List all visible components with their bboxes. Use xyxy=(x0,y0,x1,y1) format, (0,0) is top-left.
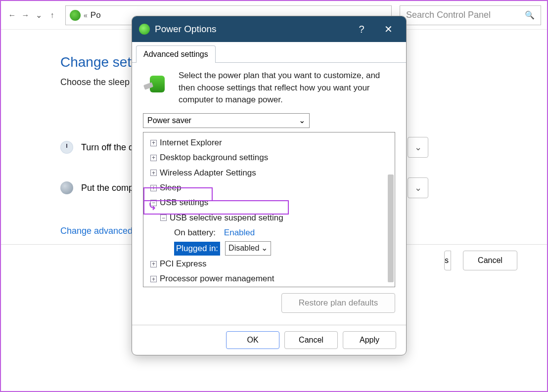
restore-defaults-button[interactable]: Restore plan defaults xyxy=(281,293,395,313)
intro-text: Select the power plan that you want to c… xyxy=(179,70,395,106)
power-plan-icon xyxy=(143,70,171,97)
advanced-link[interactable]: Change advanced xyxy=(60,226,133,236)
row-label: Put the comp xyxy=(81,183,134,193)
dialog-title: Power Options xyxy=(155,24,346,35)
vertical-scrollbar[interactable] xyxy=(388,174,394,282)
help-button[interactable]: ? xyxy=(351,18,372,40)
ok-button[interactable]: OK xyxy=(226,331,279,349)
on-battery-value[interactable]: Enabled xyxy=(224,226,255,239)
forward-button[interactable]: → xyxy=(20,8,31,22)
power-plan-value: Power saver xyxy=(147,116,191,125)
display-timer-icon xyxy=(60,141,73,154)
collapse-icon[interactable]: − xyxy=(160,215,167,221)
dialog-body: Select the power plan that you want to c… xyxy=(132,63,406,325)
breadcrumb-prefix: « xyxy=(84,11,88,19)
sleep-icon xyxy=(60,181,73,194)
search-field[interactable]: 🔍 xyxy=(400,5,541,25)
plugged-in-label: Plugged in: xyxy=(174,242,220,256)
tree-item-desktop[interactable]: +Desktop background settings xyxy=(145,150,393,165)
search-icon: 🔍 xyxy=(525,10,535,20)
tree-item-wireless[interactable]: +Wireless Adapter Settings xyxy=(145,166,393,180)
close-button[interactable]: ✕ xyxy=(377,18,399,40)
tree-item-processor[interactable]: +Processor power management xyxy=(145,271,393,286)
expand-icon[interactable]: + xyxy=(150,140,157,146)
search-input[interactable] xyxy=(406,10,521,20)
dialog-tabs: Advanced settings xyxy=(132,42,406,63)
dialog-footer: OK Cancel Apply xyxy=(132,325,406,355)
back-button[interactable]: ← xyxy=(7,8,17,22)
highlight-usb-selective xyxy=(143,200,289,215)
apply-button[interactable]: Apply xyxy=(343,331,396,349)
power-plan-select[interactable]: Power saver ⌄ xyxy=(143,113,310,128)
tree-item-plugged-in[interactable]: Plugged in:Disabled⌄ xyxy=(145,240,393,257)
intro-row: Select the power plan that you want to c… xyxy=(143,70,395,106)
tree-item-pci[interactable]: +PCI Express xyxy=(145,257,393,271)
highlight-usb xyxy=(143,187,213,201)
breadcrumb-label: Po xyxy=(91,10,101,20)
expand-icon[interactable]: + xyxy=(150,170,157,176)
expand-icon[interactable]: + xyxy=(150,155,157,161)
expand-icon[interactable]: + xyxy=(150,276,157,282)
chevron-down-icon: ⌄ xyxy=(261,242,268,255)
settings-tree[interactable]: +Internet Explorer +Desktop background s… xyxy=(143,132,395,287)
dropdown-chevron[interactable]: ⌄ xyxy=(408,177,428,198)
cancel-button[interactable]: Cancel xyxy=(284,331,338,349)
dropdown-chevron[interactable]: ⌄ xyxy=(408,137,428,158)
power-icon xyxy=(70,10,81,21)
row-label: Turn off the d xyxy=(81,142,134,153)
chevron-down-icon: ⌄ xyxy=(299,116,305,125)
arrow-annotation xyxy=(147,202,158,213)
tree-item-on-battery[interactable]: On battery: Enabled xyxy=(145,225,393,240)
plugged-in-select[interactable]: Disabled⌄ xyxy=(225,241,271,256)
tab-advanced-settings[interactable]: Advanced settings xyxy=(136,45,216,63)
power-options-dialog: Power Options ? ✕ Advanced settings Sele… xyxy=(132,16,407,355)
tree-item-display[interactable]: +Display xyxy=(145,287,393,287)
battery-icon xyxy=(139,24,150,35)
tree-item-ie[interactable]: +Internet Explorer xyxy=(145,135,393,150)
save-button-fragment: s xyxy=(444,251,451,270)
expand-icon[interactable]: + xyxy=(150,261,157,267)
cancel-button[interactable]: Cancel xyxy=(463,251,517,270)
up-button[interactable]: ↑ xyxy=(47,8,57,22)
dialog-titlebar: Power Options ? ✕ xyxy=(132,16,406,42)
recent-menu[interactable]: ⌄ xyxy=(34,8,44,22)
